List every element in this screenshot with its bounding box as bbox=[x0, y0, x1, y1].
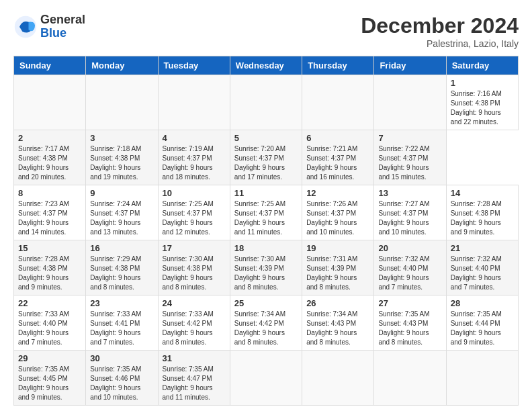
calendar-cell: 9 Sunrise: 7:24 AMSunset: 4:37 PMDayligh… bbox=[86, 185, 158, 240]
day-number: 9 bbox=[90, 188, 153, 198]
day-info: Sunrise: 7:20 AMSunset: 4:37 PMDaylight:… bbox=[234, 144, 298, 182]
day-info: Sunrise: 7:22 AMSunset: 4:37 PMDaylight:… bbox=[378, 144, 441, 182]
calendar-cell: 18 Sunrise: 7:30 AMSunset: 4:39 PMDaylig… bbox=[230, 240, 302, 295]
calendar-cell: 19 Sunrise: 7:31 AMSunset: 4:39 PMDaylig… bbox=[302, 240, 374, 295]
calendar-cell: 12 Sunrise: 7:26 AMSunset: 4:37 PMDaylig… bbox=[302, 185, 374, 240]
calendar-cell: 14 Sunrise: 7:28 AMSunset: 4:38 PMDaylig… bbox=[446, 185, 518, 240]
logo-icon bbox=[13, 15, 38, 39]
day-number: 26 bbox=[306, 298, 369, 308]
day-info: Sunrise: 7:21 AMSunset: 4:37 PMDaylight:… bbox=[306, 144, 369, 182]
day-number: 11 bbox=[234, 188, 298, 198]
location: Palestrina, Lazio, Italy bbox=[361, 38, 519, 49]
logo-text: General Blue bbox=[40, 13, 85, 40]
day-number: 7 bbox=[378, 133, 441, 143]
day-info: Sunrise: 7:28 AMSunset: 4:38 PMDaylight:… bbox=[451, 199, 514, 237]
calendar-cell bbox=[302, 351, 374, 406]
logo-blue: Blue bbox=[40, 27, 85, 40]
calendar-cell: 26 Sunrise: 7:34 AMSunset: 4:43 PMDaylig… bbox=[302, 295, 374, 351]
calendar-day-header: Wednesday bbox=[230, 56, 302, 75]
calendar-cell bbox=[374, 351, 446, 406]
logo: General Blue bbox=[13, 13, 85, 40]
calendar-cell: 6 Sunrise: 7:21 AMSunset: 4:37 PMDayligh… bbox=[302, 130, 374, 185]
calendar-day-header: Saturday bbox=[446, 56, 518, 75]
day-number: 14 bbox=[451, 188, 514, 198]
calendar-week-row: 29 Sunrise: 7:35 AMSunset: 4:45 PMDaylig… bbox=[14, 351, 519, 406]
calendar-cell: 24 Sunrise: 7:33 AMSunset: 4:42 PMDaylig… bbox=[158, 295, 230, 351]
day-number: 31 bbox=[163, 353, 226, 363]
day-info: Sunrise: 7:35 AMSunset: 4:47 PMDaylight:… bbox=[163, 365, 226, 402]
day-info: Sunrise: 7:16 AMSunset: 4:38 PMDaylight:… bbox=[451, 89, 514, 127]
calendar-header-row: SundayMondayTuesdayWednesdayThursdayFrid… bbox=[14, 56, 519, 75]
calendar-cell bbox=[158, 75, 230, 130]
day-number: 25 bbox=[234, 298, 298, 308]
day-number: 22 bbox=[18, 298, 81, 308]
calendar-day-header: Friday bbox=[374, 56, 446, 75]
day-number: 21 bbox=[451, 243, 514, 253]
day-number: 8 bbox=[18, 188, 81, 198]
calendar-cell bbox=[230, 75, 302, 130]
day-info: Sunrise: 7:35 AMSunset: 4:46 PMDaylight:… bbox=[90, 365, 153, 402]
day-number: 15 bbox=[18, 243, 81, 253]
calendar-cell: 22 Sunrise: 7:33 AMSunset: 4:40 PMDaylig… bbox=[14, 295, 86, 351]
calendar-cell: 3 Sunrise: 7:18 AMSunset: 4:38 PMDayligh… bbox=[86, 130, 158, 185]
day-number: 16 bbox=[90, 243, 153, 253]
day-number: 10 bbox=[163, 188, 226, 198]
calendar-cell: 31 Sunrise: 7:35 AMSunset: 4:47 PMDaylig… bbox=[158, 351, 230, 406]
day-info: Sunrise: 7:28 AMSunset: 4:38 PMDaylight:… bbox=[18, 255, 81, 292]
day-number: 12 bbox=[306, 188, 369, 198]
calendar-week-row: 1 Sunrise: 7:16 AMSunset: 4:38 PMDayligh… bbox=[14, 75, 519, 130]
calendar-cell bbox=[14, 75, 86, 130]
day-number: 2 bbox=[18, 133, 81, 143]
calendar-cell: 17 Sunrise: 7:30 AMSunset: 4:38 PMDaylig… bbox=[158, 240, 230, 295]
day-info: Sunrise: 7:33 AMSunset: 4:40 PMDaylight:… bbox=[18, 310, 81, 347]
month-title: December 2024 bbox=[361, 13, 519, 38]
day-number: 13 bbox=[378, 188, 441, 198]
calendar-cell: 27 Sunrise: 7:35 AMSunset: 4:43 PMDaylig… bbox=[374, 295, 446, 351]
logo-general: General bbox=[40, 13, 85, 27]
calendar-week-row: 15 Sunrise: 7:28 AMSunset: 4:38 PMDaylig… bbox=[14, 240, 519, 295]
day-info: Sunrise: 7:25 AMSunset: 4:37 PMDaylight:… bbox=[234, 199, 298, 237]
calendar-body: 1 Sunrise: 7:16 AMSunset: 4:38 PMDayligh… bbox=[14, 75, 519, 406]
day-number: 17 bbox=[163, 243, 226, 253]
calendar-cell bbox=[446, 351, 518, 406]
calendar-week-row: 2 Sunrise: 7:17 AMSunset: 4:38 PMDayligh… bbox=[14, 130, 519, 185]
day-info: Sunrise: 7:34 AMSunset: 4:43 PMDaylight:… bbox=[306, 310, 369, 347]
calendar-cell: 10 Sunrise: 7:25 AMSunset: 4:37 PMDaylig… bbox=[158, 185, 230, 240]
day-info: Sunrise: 7:26 AMSunset: 4:37 PMDaylight:… bbox=[306, 199, 369, 237]
day-info: Sunrise: 7:18 AMSunset: 4:38 PMDaylight:… bbox=[90, 144, 153, 182]
day-info: Sunrise: 7:32 AMSunset: 4:40 PMDaylight:… bbox=[378, 255, 441, 292]
day-info: Sunrise: 7:33 AMSunset: 4:42 PMDaylight:… bbox=[163, 310, 226, 347]
calendar-cell: 20 Sunrise: 7:32 AMSunset: 4:40 PMDaylig… bbox=[374, 240, 446, 295]
calendar-cell: 23 Sunrise: 7:33 AMSunset: 4:41 PMDaylig… bbox=[86, 295, 158, 351]
day-number: 5 bbox=[234, 133, 298, 143]
day-number: 19 bbox=[306, 243, 369, 253]
calendar-cell: 4 Sunrise: 7:19 AMSunset: 4:37 PMDayligh… bbox=[158, 130, 230, 185]
day-number: 27 bbox=[378, 298, 441, 308]
calendar-day-header: Sunday bbox=[14, 56, 86, 75]
day-number: 30 bbox=[90, 353, 153, 363]
day-number: 4 bbox=[163, 133, 226, 143]
day-info: Sunrise: 7:27 AMSunset: 4:37 PMDaylight:… bbox=[378, 199, 441, 237]
day-number: 24 bbox=[163, 298, 226, 308]
calendar-day-header: Thursday bbox=[302, 56, 374, 75]
day-number: 1 bbox=[451, 78, 514, 88]
day-info: Sunrise: 7:35 AMSunset: 4:45 PMDaylight:… bbox=[18, 365, 81, 402]
calendar-cell: 28 Sunrise: 7:35 AMSunset: 4:44 PMDaylig… bbox=[446, 295, 518, 351]
day-number: 6 bbox=[306, 133, 369, 143]
day-number: 23 bbox=[90, 298, 153, 308]
calendar-cell: 25 Sunrise: 7:34 AMSunset: 4:42 PMDaylig… bbox=[230, 295, 302, 351]
calendar-cell: 21 Sunrise: 7:32 AMSunset: 4:40 PMDaylig… bbox=[446, 240, 518, 295]
calendar-cell: 15 Sunrise: 7:28 AMSunset: 4:38 PMDaylig… bbox=[14, 240, 86, 295]
calendar-cell: 1 Sunrise: 7:16 AMSunset: 4:38 PMDayligh… bbox=[446, 75, 518, 130]
day-number: 3 bbox=[90, 133, 153, 143]
day-info: Sunrise: 7:17 AMSunset: 4:38 PMDaylight:… bbox=[18, 144, 81, 182]
calendar-cell: 30 Sunrise: 7:35 AMSunset: 4:46 PMDaylig… bbox=[86, 351, 158, 406]
calendar-cell: 16 Sunrise: 7:29 AMSunset: 4:38 PMDaylig… bbox=[86, 240, 158, 295]
calendar-cell: 5 Sunrise: 7:20 AMSunset: 4:37 PMDayligh… bbox=[230, 130, 302, 185]
day-info: Sunrise: 7:19 AMSunset: 4:37 PMDaylight:… bbox=[163, 144, 226, 182]
day-info: Sunrise: 7:33 AMSunset: 4:41 PMDaylight:… bbox=[90, 310, 153, 347]
calendar-day-header: Tuesday bbox=[158, 56, 230, 75]
day-info: Sunrise: 7:25 AMSunset: 4:37 PMDaylight:… bbox=[163, 199, 226, 237]
day-number: 18 bbox=[234, 243, 298, 253]
day-info: Sunrise: 7:24 AMSunset: 4:37 PMDaylight:… bbox=[90, 199, 153, 237]
